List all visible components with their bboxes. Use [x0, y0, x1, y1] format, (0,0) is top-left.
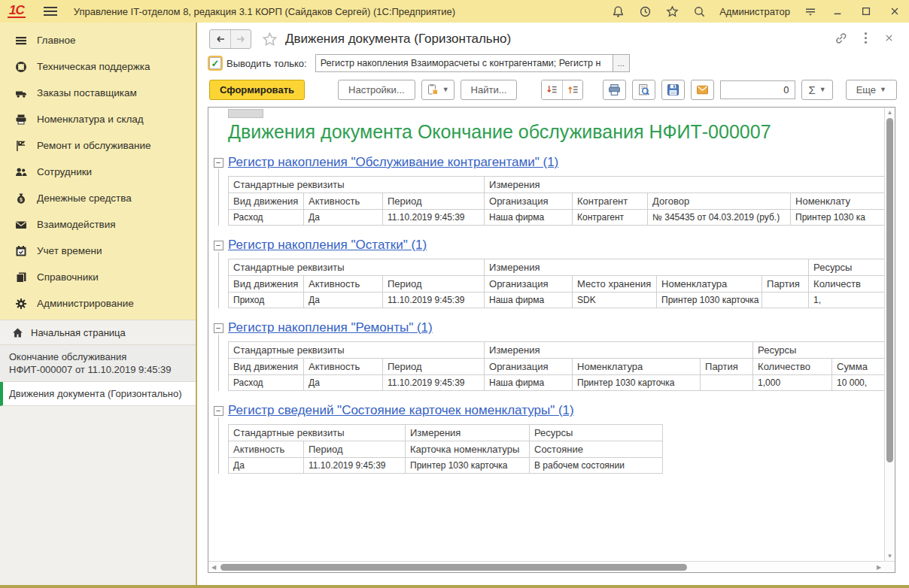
autosum-field[interactable]	[720, 80, 795, 99]
register-table: Стандартные реквизитыИзмеренияВид движен…	[228, 176, 884, 226]
sidebar-item-home-page[interactable]: Начальная страница	[0, 320, 196, 345]
collapse-groups-button[interactable]	[562, 80, 582, 99]
minimize-button[interactable]	[831, 5, 844, 18]
registers-filter-input[interactable]	[315, 54, 613, 72]
preview-button[interactable]	[632, 80, 655, 100]
send-email-button[interactable]	[691, 80, 714, 100]
sidebar-item-money[interactable]: $ Денежные средства	[0, 185, 196, 211]
sidebar-item-administration[interactable]: Администрирование	[0, 290, 196, 317]
search-icon[interactable]	[692, 5, 706, 18]
column-group-header: Измерения	[406, 425, 530, 441]
register-link[interactable]: Регистр сведений "Состояние карточек ном…	[228, 402, 574, 420]
print-button[interactable]	[603, 80, 626, 100]
window-tab-document[interactable]: Окончание обслуживания НФИТ-000007 от 11…	[0, 345, 196, 382]
generate-button[interactable]: Сформировать	[209, 80, 305, 100]
column-header: Активность	[304, 359, 383, 375]
envelope-icon	[15, 219, 27, 231]
more-button[interactable]: Еще▼	[846, 80, 897, 100]
table-cell: 11.10.2019 9:45:39	[383, 210, 485, 226]
column-group-header: Ресурсы	[530, 425, 663, 441]
favorite-star-icon[interactable]	[262, 32, 278, 47]
table-cell: Наша фирма	[485, 375, 573, 391]
column-group-header: Стандартные реквизиты	[229, 259, 485, 276]
register-table: Стандартные реквизитыИзмеренияРесурсыВид…	[228, 259, 884, 308]
collapse-group-button[interactable]: −	[214, 406, 223, 416]
sidebar-item-directories[interactable]: Справочники	[0, 264, 196, 290]
show-only-label: Выводить только:	[226, 58, 307, 69]
register-link[interactable]: Регистр накопления "Остатки" (1)	[228, 236, 427, 254]
menu-icon	[15, 35, 27, 47]
window-bottom-border	[0, 585, 909, 588]
column-header: Партия	[762, 276, 809, 292]
sidebar-item-interactions[interactable]: Взаимодействия	[0, 211, 196, 238]
register-table: Стандартные реквизитыИзмеренияРесурсыВид…	[228, 341, 884, 391]
scroll-up-arrow[interactable]: ▲	[885, 109, 895, 116]
table-cell	[701, 375, 753, 391]
group-tree-line	[218, 252, 219, 308]
table-cell: Принтер 1030 карточка	[573, 375, 701, 391]
sidebar-item-glavnoe[interactable]: Главное	[0, 27, 196, 53]
more-actions-kebab-icon[interactable]	[864, 32, 868, 47]
show-only-checkbox[interactable]: ✓	[209, 57, 221, 69]
column-group-header: Измерения	[485, 259, 809, 276]
table-cell	[762, 292, 809, 308]
sidebar-item-nomenclature[interactable]: Номенклатура и склад	[0, 106, 196, 132]
scroll-left-arrow[interactable]: ◀	[208, 564, 219, 571]
column-header: Период	[383, 276, 485, 292]
column-group-header: Измерения	[485, 177, 884, 193]
collapse-group-button[interactable]: −	[214, 158, 223, 168]
report-toolbar: Сформировать Настройки... ▼ Найти...	[197, 75, 909, 104]
sidebar-item-time-tracking[interactable]: Учет времени	[0, 238, 196, 264]
notifications-bell-icon[interactable]	[611, 5, 625, 18]
collapse-group-button[interactable]: −	[214, 241, 223, 250]
vertical-scrollbar[interactable]: ▲ ▼	[884, 108, 895, 561]
column-header: Вид движения	[229, 193, 304, 210]
sidebar-item-repair-service[interactable]: Ремонт и обслуживание	[0, 132, 196, 159]
report-variant-button[interactable]: ▼	[421, 80, 454, 100]
forward-button[interactable]	[230, 30, 251, 48]
report-title: Движения документа Окончание обслуживани…	[228, 121, 884, 143]
service-menu-icon[interactable]	[804, 5, 817, 18]
back-button[interactable]	[210, 30, 230, 48]
sidebar-item-supplier-orders[interactable]: Заказы поставщикам	[0, 80, 196, 106]
calendar-check-icon	[15, 245, 27, 257]
vertical-scroll-thumb[interactable]	[886, 118, 893, 462]
scroll-right-arrow[interactable]: ▶	[874, 564, 884, 571]
report-section: −Регистр сведений "Состояние карточек но…	[208, 402, 884, 474]
scroll-down-arrow[interactable]: ▼	[885, 553, 895, 559]
get-link-icon[interactable]	[835, 32, 847, 47]
money-bag-icon: $	[15, 192, 27, 205]
filter-row: ✓ Выводить только: ...	[197, 51, 909, 75]
column-header: Вид движения	[229, 276, 304, 292]
sidebar-item-tech-support[interactable]: Техническая поддержка	[0, 53, 196, 80]
save-button[interactable]	[661, 80, 685, 100]
register-link[interactable]: Регистр накопления "Обслуживание контраг…	[228, 153, 558, 171]
horizontal-scroll-thumb[interactable]	[220, 564, 687, 571]
window-tab-movements[interactable]: Движения документа (Горизонтально)	[0, 382, 196, 406]
register-link[interactable]: Регистр накопления "Ремонты" (1)	[228, 319, 433, 337]
report-section: −Регистр накопления "Обслуживание контра…	[208, 153, 884, 226]
table-cell: SDK	[573, 292, 657, 308]
column-header: Место хранения	[573, 276, 657, 292]
close-form-icon[interactable]	[884, 32, 894, 46]
form-header: Движения документа (Горизонтально)	[197, 23, 909, 51]
column-group-header: Стандартные реквизиты	[229, 177, 485, 193]
group-tree-line	[218, 335, 219, 391]
choose-registers-button[interactable]: ...	[613, 54, 630, 72]
table-cell: 1,	[809, 292, 884, 308]
history-icon[interactable]	[638, 5, 652, 18]
collapse-group-button[interactable]: −	[214, 323, 223, 333]
close-window-button[interactable]	[888, 5, 901, 18]
table-cell: 1,000	[753, 375, 832, 391]
favorites-star-icon[interactable]	[665, 5, 679, 18]
expand-groups-button[interactable]	[542, 80, 562, 99]
horizontal-scrollbar[interactable]: ◀ ▶	[208, 561, 895, 572]
maximize-button[interactable]	[859, 5, 873, 18]
column-header: Состояние	[530, 441, 663, 458]
current-user[interactable]: Администратор	[719, 6, 790, 17]
sum-button[interactable]: Σ▼	[801, 80, 832, 100]
settings-button[interactable]: Настройки...	[338, 80, 415, 100]
sidebar-item-employees[interactable]: Сотрудники	[0, 159, 196, 185]
main-menu-icon[interactable]	[44, 7, 57, 16]
find-button[interactable]: Найти...	[461, 80, 518, 100]
